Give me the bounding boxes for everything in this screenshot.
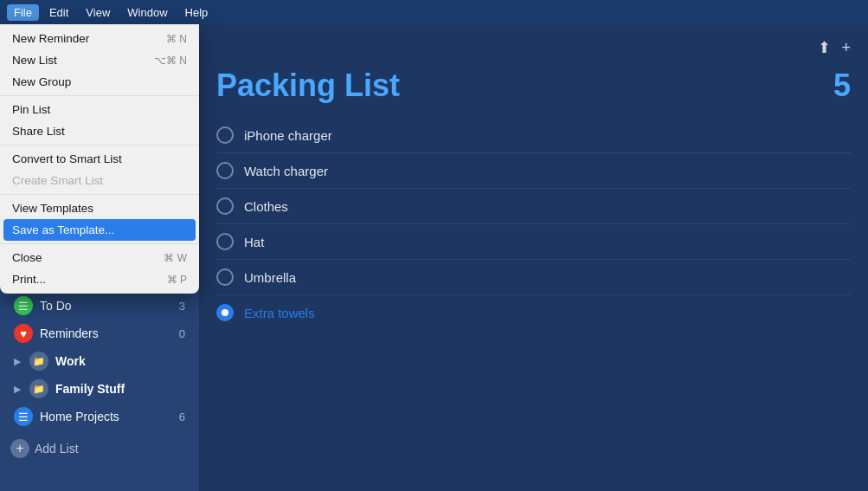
work-chevron: ▶ <box>14 356 21 367</box>
menu-view-templates-label: View Templates <box>12 202 93 215</box>
list-item-home[interactable]: ☰ Home Projects 6 <box>3 403 196 430</box>
menu-new-list-shortcut: ⌥⌘ N <box>154 55 187 67</box>
menu-convert-smart-label: Convert to Smart List <box>12 152 122 165</box>
home-name: Home Projects <box>40 410 172 423</box>
share-button[interactable]: ⬆ <box>818 38 831 57</box>
reminder-text: Extra towels <box>244 306 315 320</box>
menu-create-smart-label: Create Smart List <box>12 174 103 187</box>
file-menu-dropdown: New Reminder ⌘ N New List ⌥⌘ N New Group… <box>0 24 199 294</box>
reminder-item[interactable]: Umbrella <box>216 260 851 295</box>
list-item-family[interactable]: ▶ 📁 Family Stuff <box>3 375 196 403</box>
family-chevron: ▶ <box>14 384 21 395</box>
work-icon: 📁 <box>29 352 48 371</box>
detail-count: 5 <box>833 68 851 104</box>
reminders-name: Reminders <box>40 326 172 340</box>
detail-toolbar: ⬆ + <box>216 38 851 57</box>
home-count: 6 <box>179 410 185 423</box>
menu-print-shortcut: ⌘ P <box>167 274 187 286</box>
reminder-checkbox[interactable] <box>216 162 234 179</box>
menu-new-list-label: New List <box>12 54 57 67</box>
reminder-item[interactable]: Watch charger <box>216 153 851 189</box>
reminder-checkbox[interactable] <box>216 126 234 144</box>
family-icon: 📁 <box>29 379 48 398</box>
list-item-reminders[interactable]: ♥ Reminders 0 <box>3 320 196 347</box>
menu-share-list[interactable]: Share List <box>0 120 199 142</box>
menu-save-template[interactable]: Save as Template... <box>3 219 196 241</box>
todo-icon: ☰ <box>14 296 33 315</box>
detail-pane: ⬆ + Packing List 5 iPhone charger Watch … <box>199 24 868 491</box>
add-reminder-button[interactable]: + <box>841 38 851 57</box>
reminder-item[interactable]: Clothes <box>216 189 851 224</box>
detail-title-row: Packing List 5 <box>216 68 851 104</box>
menu-create-smart: Create Smart List <box>0 170 199 191</box>
reminder-checkbox[interactable] <box>216 197 234 215</box>
menu-file[interactable]: File <box>7 4 39 21</box>
home-icon: ☰ <box>14 407 33 426</box>
menu-new-group[interactable]: New Group <box>0 71 199 93</box>
separator-2 <box>0 145 199 145</box>
reminder-list: iPhone charger Watch charger Clothes Hat… <box>216 118 851 330</box>
menu-new-list[interactable]: New List ⌥⌘ N <box>0 49 199 71</box>
menu-print-label: Print... <box>12 273 46 286</box>
menu-close-shortcut: ⌘ W <box>164 252 187 264</box>
reminder-item[interactable]: iPhone charger <box>216 118 851 153</box>
list-item-work[interactable]: ▶ 📁 Work <box>3 347 196 375</box>
reminder-text: Umbrella <box>244 270 296 285</box>
reminder-text: Watch charger <box>244 164 328 178</box>
todo-count: 3 <box>179 300 185 313</box>
detail-title: Packing List <box>216 68 400 104</box>
list-item-todo[interactable]: ☰ To Do 3 <box>3 292 196 320</box>
menu-new-reminder-label: New Reminder <box>12 32 89 45</box>
menu-close-label: Close <box>12 251 42 264</box>
reminder-text: Clothes <box>244 199 288 214</box>
menu-close[interactable]: Close ⌘ W <box>0 247 199 268</box>
separator-4 <box>0 243 199 244</box>
menu-pin-list[interactable]: Pin List <box>0 99 199 120</box>
menu-save-template-label: Save as Template... <box>12 223 114 236</box>
separator-1 <box>0 95 199 96</box>
menu-view-templates[interactable]: View Templates <box>0 197 199 219</box>
menu-convert-smart[interactable]: Convert to Smart List <box>0 148 199 170</box>
work-name: Work <box>55 354 185 368</box>
menu-edit[interactable]: Edit <box>42 4 75 21</box>
add-list-icon: + <box>10 439 29 458</box>
reminders-count: 0 <box>179 327 185 340</box>
menu-window[interactable]: Window <box>120 4 174 21</box>
menu-new-reminder-shortcut: ⌘ N <box>166 33 187 45</box>
menu-print[interactable]: Print... ⌘ P <box>0 268 199 290</box>
menu-view[interactable]: View <box>79 4 117 21</box>
menu-pin-list-label: Pin List <box>12 103 50 116</box>
menu-help[interactable]: Help <box>178 4 215 21</box>
family-name: Family Stuff <box>55 382 185 396</box>
reminder-text: iPhone charger <box>244 128 332 143</box>
reminder-item[interactable]: Extra towels <box>216 295 851 330</box>
reminder-text: Hat <box>244 235 264 249</box>
add-list-button[interactable]: + Add List <box>0 434 199 463</box>
todo-name: To Do <box>40 299 172 313</box>
menu-new-reminder[interactable]: New Reminder ⌘ N <box>0 28 199 49</box>
reminders-icon: ♥ <box>14 324 33 343</box>
add-list-label: Add List <box>35 442 79 455</box>
reminder-checkbox[interactable] <box>216 268 234 286</box>
menu-share-list-label: Share List <box>12 125 65 138</box>
reminder-checkbox[interactable] <box>216 233 234 250</box>
menubar: File Edit View Window Help <box>0 0 868 24</box>
reminder-item[interactable]: Hat <box>216 224 851 260</box>
menu-new-group-label: New Group <box>12 75 71 88</box>
reminder-checkbox[interactable] <box>216 304 234 321</box>
separator-3 <box>0 194 199 195</box>
